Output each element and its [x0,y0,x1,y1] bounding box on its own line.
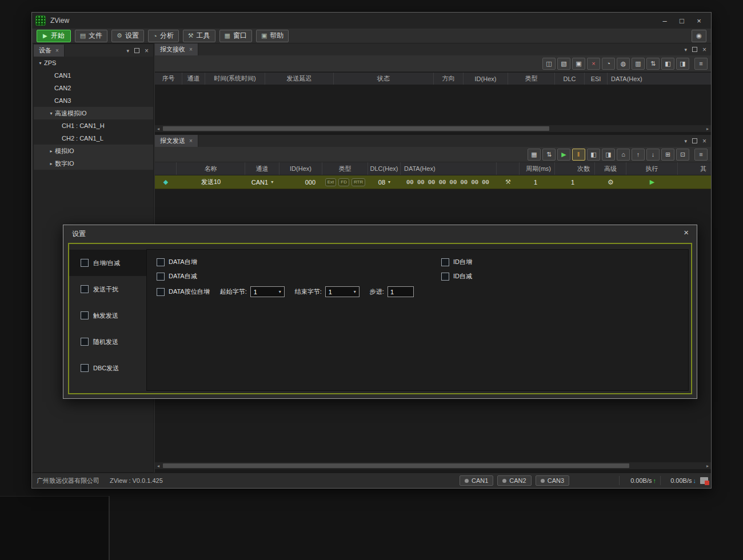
filter-icon[interactable]: ▧ [557,58,570,70]
checkbox[interactable] [81,364,89,372]
panel-menu-icon[interactable]: ▾ [126,48,129,54]
count-field[interactable]: 1 [555,175,595,189]
col-dlc[interactable]: DLC [555,73,585,85]
dialog-tab-trigger-send[interactable]: 触发发送 [69,302,146,329]
panel-menu-icon[interactable]: ▾ [684,138,687,144]
scroll-right-icon[interactable]: ▸ [704,125,711,132]
tree-item-can2[interactable]: CAN2 [34,82,153,94]
col-execute[interactable]: 执行 [626,162,678,175]
channel-indicator-can2[interactable]: CAN2 [497,475,531,486]
col-name[interactable]: 名称 [177,162,245,175]
col-time[interactable]: 时间(系统时间) [205,73,265,85]
period-field[interactable]: 1 [520,175,555,189]
checkbox[interactable] [81,338,89,346]
frame-id-field[interactable]: 000 [279,175,322,189]
edit-icon[interactable]: ▣ [572,58,585,70]
pause-all-icon[interactable]: ‖ [572,149,585,161]
expand-icon[interactable]: ▾ [37,61,44,66]
home-icon[interactable]: ⌂ [617,149,630,161]
close-icon[interactable]: × [702,138,706,144]
menu-settings[interactable]: ⚙ 设置 [111,30,144,42]
menu-window[interactable]: ▦ 窗口 [219,30,252,42]
step-right-icon[interactable]: ◨ [602,149,615,161]
col-other[interactable]: 其 [678,162,711,175]
col-type[interactable]: 类型 [508,73,555,85]
channel-indicator-can1[interactable]: CAN1 [460,475,493,486]
tab-message-receive[interactable]: 报文接收 × [155,43,198,55]
menu-icon[interactable]: ≡ [694,58,708,70]
option-id-decrement[interactable]: ID自减 [441,272,472,281]
tree-item-zps[interactable]: ▾ ZPS [34,57,153,69]
dlc-select[interactable]: 08 ▾ [368,175,401,189]
dialog-close-icon[interactable]: × [684,227,689,237]
col-id[interactable]: ID(Hex) [464,73,508,85]
tab-device[interactable]: 设备 × [34,45,65,57]
dialog-tab-dbc-send[interactable]: DBC发送 [69,355,146,381]
checkbox[interactable] [157,288,165,296]
float-window-icon[interactable]: ◧ [661,58,674,70]
col-period[interactable]: 周期(ms) [520,162,555,175]
tree-item-ch2[interactable]: CH2 : CAN1_L [34,132,153,145]
step-input[interactable] [388,286,414,297]
panel-menu-icon[interactable]: ▾ [684,47,687,53]
maximize-button[interactable]: □ [673,14,690,27]
timer-icon[interactable]: ◔ [602,58,615,70]
minimize-button[interactable]: – [656,14,673,27]
receive-hscrollbar[interactable]: ◂ ▸ [155,125,711,132]
send-hscrollbar[interactable]: ◂ ▸ [155,462,711,469]
scroll-left-icon[interactable]: ◂ [155,125,162,132]
close-button[interactable]: × [690,14,708,27]
dialog-tab-interference[interactable]: 发送干扰 [69,276,146,302]
add-icon[interactable]: ⊞ [661,149,674,161]
tree-item-analog-io[interactable]: ▸ 模拟IO [34,145,153,157]
wrench-icon[interactable]: ⚒ [505,178,511,186]
execute-play-icon[interactable]: ▶ [650,178,654,186]
clear-icon[interactable]: × [587,58,600,70]
badge-rtr[interactable]: RTR [351,178,365,186]
start-all-icon[interactable]: ▶ [557,149,570,161]
grid-icon[interactable]: ▦ [528,149,541,161]
col-status[interactable]: 状态 [334,73,434,85]
expand-icon[interactable]: ▸ [47,149,55,154]
close-icon[interactable]: × [702,47,706,53]
col-channel[interactable]: 通道 [245,162,279,175]
col-direction[interactable]: 方向 [434,73,464,85]
checkbox[interactable] [81,311,89,319]
scroll-thumb[interactable] [163,463,629,468]
col-dlc[interactable]: DLC(Hex) [368,162,401,175]
channel-indicator-can3[interactable]: CAN3 [536,475,569,486]
dock-icon[interactable]: ⊡ [676,149,689,161]
advanced-gear-icon[interactable]: ⚙ [608,178,614,186]
scroll-right-icon[interactable]: ▸ [704,462,711,469]
tree-item-can1[interactable]: CAN1 [34,69,153,82]
col-send-delay[interactable]: 发送延迟 [265,73,334,85]
float-icon[interactable] [134,48,139,53]
channel-select[interactable]: CAN1 ▾ [245,175,279,189]
id-display-icon[interactable]: ◍ [617,58,630,70]
expand-icon[interactable]: ▸ [47,161,55,166]
checkbox[interactable] [441,258,449,266]
dialog-tab-increment[interactable]: 自增/自减 [69,250,146,276]
tree-item-ch1[interactable]: CH1 : CAN1_H [34,119,153,132]
menu-file[interactable]: ▤ 文件 [75,30,107,42]
frame-name[interactable]: 发送10 [177,175,245,189]
col-channel[interactable]: 通道 [182,73,205,85]
checkbox[interactable] [157,258,165,266]
checkbox[interactable] [81,259,89,267]
dock-window-icon[interactable]: ◨ [676,58,689,70]
badge-ext[interactable]: Ext [325,178,337,186]
tree-item-highspeed-analog-io[interactable]: ▾ 高速模拟IO [34,107,153,119]
close-icon[interactable]: × [189,138,193,144]
send-table-row[interactable]: ◆ 发送10 CAN1 ▾ 000 Ext FD RTR 08 ▾ 00 00 … [155,175,711,189]
close-icon[interactable]: × [189,46,193,53]
col-count[interactable]: 次数 [555,162,595,175]
tree-item-can3[interactable]: CAN3 [34,94,153,107]
columns-icon[interactable]: ▥ [632,58,645,70]
close-icon[interactable]: × [145,48,149,54]
move-up-icon[interactable]: ↑ [632,149,645,161]
tab-message-send[interactable]: 报文发送 × [155,135,198,147]
badge-fd[interactable]: FD [338,178,349,186]
start-byte-select[interactable]: 1 ▾ [250,286,285,297]
start-button[interactable]: ▶ 开始 [37,30,71,42]
option-data-increment[interactable]: DATA自增 [157,258,197,266]
